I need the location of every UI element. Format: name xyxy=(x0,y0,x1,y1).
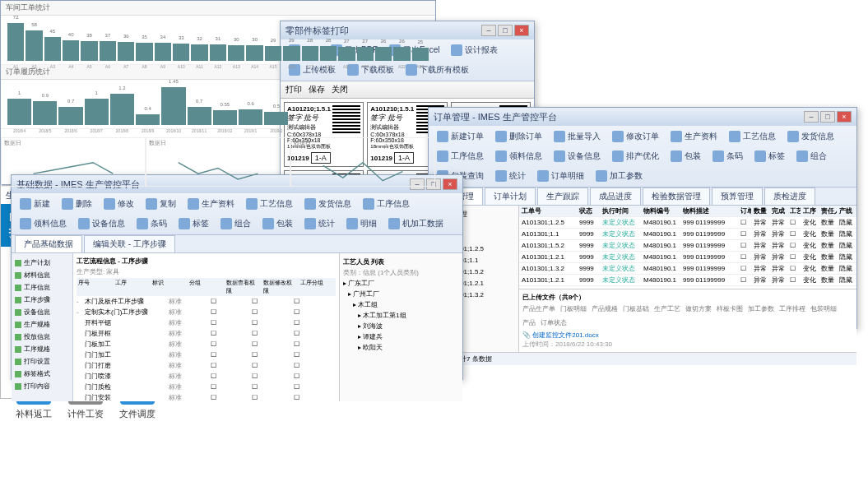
attachment-tab[interactable]: 订单状态 xyxy=(541,318,567,327)
sidebar-item[interactable]: 工序规格 xyxy=(15,343,69,355)
ribbon-button[interactable]: 包装 xyxy=(667,149,704,164)
ribbon-button[interactable]: 发货信息 xyxy=(301,197,355,211)
process-tree-row[interactable]: 门门质检标准☐☐☐ xyxy=(77,382,336,392)
titlebar[interactable]: 订单管理 - IMES 生产管控平台 – □ × xyxy=(429,108,856,126)
sidebar-item[interactable]: 工序步骤 xyxy=(15,294,69,306)
ribbon-button[interactable]: 明细 xyxy=(343,216,380,231)
sidebar-item[interactable]: 生产计划 xyxy=(15,257,69,269)
maximize-button[interactable]: □ xyxy=(498,25,513,36)
ribbon-button[interactable]: 删除订单 xyxy=(492,129,545,144)
attachment-file[interactable]: 创建监控文件201.docx xyxy=(532,331,598,339)
personnel-tree-item[interactable]: ▸ 谭建兵 xyxy=(343,331,459,342)
grid-row[interactable]: A101301;1.19999未定义状态M480190.1999 0119999… xyxy=(519,229,856,240)
sidebar-item[interactable]: 设备信息 xyxy=(15,306,69,318)
attachment-tab[interactable]: 样板卡图 xyxy=(717,304,743,313)
sidebar-item[interactable]: 材料信息 xyxy=(15,269,69,281)
main-tab[interactable]: 成品进度 xyxy=(590,188,641,205)
ribbon-button[interactable]: 组合 xyxy=(217,216,254,231)
ribbon-button[interactable]: 新建订单 xyxy=(434,129,487,144)
main-tab[interactable]: 生产跟踪 xyxy=(537,188,588,205)
attachment-tab[interactable]: 生产工艺 xyxy=(654,304,680,313)
ribbon-button[interactable]: 工序信息 xyxy=(360,197,413,211)
minimize-button[interactable]: – xyxy=(481,25,496,36)
personnel-panel[interactable]: 工艺人员 列表 类别：信息 (1个人员类别) ▸ 广东工厂▸ 广州工厂▸ 木工组… xyxy=(339,253,462,401)
sidebar-item[interactable]: 工序信息 xyxy=(15,281,69,294)
sidebar-item[interactable]: 生产规格 xyxy=(15,318,69,331)
sidebar-nav[interactable]: 生产计划材料信息工序信息工序步骤设备信息生产规格投放信息工序规格打印设置标签格式… xyxy=(12,253,73,401)
attachment-tab[interactable]: 工序排程 xyxy=(779,304,805,313)
ribbon-button[interactable]: 标签 xyxy=(751,149,788,164)
ribbon-button[interactable]: 工艺信息 xyxy=(726,129,779,144)
ribbon-button[interactable]: 条码 xyxy=(133,216,170,231)
process-tree-row[interactable]: 门门加工标准☐☐☐ xyxy=(77,350,336,360)
grid-row[interactable]: A101301;1.3.29999未定义状态M480190.1999 01199… xyxy=(519,263,856,275)
personnel-tree-item[interactable]: ▸ 木工加工第1组 xyxy=(343,310,459,321)
ribbon-button[interactable]: 设备信息 xyxy=(550,149,604,164)
tab[interactable]: 编辑关联 - 工序步骤 xyxy=(84,235,175,252)
ribbon-button[interactable]: 领料信息 xyxy=(16,216,70,231)
process-tree-row[interactable]: 门门打磨标准☐☐☐ xyxy=(77,360,336,371)
attachment-tab[interactable]: 产品 xyxy=(522,318,536,327)
attachment-tab[interactable]: 产品生产单 xyxy=(522,304,555,313)
attachment-tab[interactable]: 产品规格 xyxy=(592,304,618,313)
process-tree-row[interactable]: -木门及板件工序步骤标准☐☐☐ xyxy=(77,296,336,307)
personnel-tree-item[interactable]: ▸ 欧阳天 xyxy=(343,342,459,353)
process-tree-row[interactable]: 门门喷漆标准☐☐☐ xyxy=(77,371,336,382)
ribbon-button[interactable]: 修改 xyxy=(100,197,137,211)
process-tree-grid[interactable]: 工艺流程信息 - 工序步骤 生产类型: 家具 序号工序标识分组数据查看权限数据修… xyxy=(73,253,339,401)
attachment-tab[interactable]: 包装明细 xyxy=(810,304,837,313)
expand-icon[interactable]: - xyxy=(77,308,85,316)
personnel-tree-item[interactable]: ▸ 木工组 xyxy=(343,299,459,310)
ribbon-button[interactable]: 统计 xyxy=(492,169,529,183)
expand-icon[interactable]: - xyxy=(77,298,85,305)
grid-row[interactable]: A101301;1.2.19999未定义状态M480190.1999 01199… xyxy=(519,275,856,286)
ribbon-button[interactable]: 生产资料 xyxy=(184,197,238,211)
sub-toolbar-button[interactable]: 保存 xyxy=(309,84,325,95)
grid-row[interactable]: A101301;1.2.19999未定义状态M480190.1999 01199… xyxy=(519,252,856,263)
process-tree-row[interactable]: 门门安装标准☐☐☐ xyxy=(77,392,336,401)
process-tree-row[interactable]: 门板开框标准☐☐☐ xyxy=(77,328,336,339)
ribbon-button[interactable]: 包装 xyxy=(259,216,296,231)
ribbon-button[interactable]: 工艺信息 xyxy=(243,197,296,211)
process-tree-row[interactable]: 开料平锯标准☐☐☐ xyxy=(77,317,336,328)
ribbon-button[interactable]: 加工参数 xyxy=(592,169,646,183)
attachment-tab[interactable]: 做切方案 xyxy=(685,304,712,313)
personnel-tree-item[interactable]: ▸ 广州工厂 xyxy=(343,289,459,299)
sidebar-item[interactable]: 投放信息 xyxy=(15,331,69,343)
grid-row[interactable]: A101301;1.5.29999未定义状态M480190.1999 01199… xyxy=(519,240,856,252)
order-grid[interactable]: 工单号状态执行时间物料编号物料描述订单数量完成工艺工序责任人产线A101301;… xyxy=(519,206,856,289)
close-button[interactable]: × xyxy=(443,178,457,190)
process-tree-row[interactable]: 门板加工标准☐☐☐ xyxy=(77,339,336,350)
titlebar[interactable]: 零部件标签打印 – □ × xyxy=(281,21,534,39)
sidebar-item[interactable]: 标签格式 xyxy=(15,368,69,380)
ribbon-button[interactable]: 复制 xyxy=(142,197,179,211)
ribbon-button[interactable]: 排产优化 xyxy=(609,149,662,164)
main-tab[interactable]: 预算管理 xyxy=(712,188,763,205)
sidebar-item[interactable]: 打印设置 xyxy=(15,355,69,368)
maximize-button[interactable]: □ xyxy=(820,111,835,123)
attachment-tab[interactable]: 门板明细 xyxy=(560,304,587,313)
sub-toolbar-button[interactable]: 关闭 xyxy=(332,84,348,95)
grid-row[interactable]: A101301;1.2.59999未定义状态M480190.1999 01199… xyxy=(519,217,856,229)
ribbon-button[interactable]: 统计 xyxy=(301,216,338,231)
ribbon-button[interactable]: 生产资料 xyxy=(667,129,721,144)
tab[interactable]: 产品基础数据 xyxy=(15,235,82,252)
main-tab[interactable]: 质检进度 xyxy=(764,188,815,205)
close-button[interactable]: × xyxy=(837,111,852,123)
attachment-tab[interactable]: 加工参数 xyxy=(748,304,774,313)
ribbon-button[interactable]: 批量导入 xyxy=(550,129,604,144)
sub-toolbar-button[interactable]: 打印 xyxy=(285,84,302,95)
ribbon-button[interactable]: 设备信息 xyxy=(75,216,128,231)
toolbar-button[interactable]: 设计报表 xyxy=(448,43,501,58)
personnel-tree-item[interactable]: ▸ 广东工厂 xyxy=(343,278,459,289)
main-tab[interactable]: 检验数据管理 xyxy=(643,188,710,205)
main-tab[interactable]: 订单计划 xyxy=(485,188,536,205)
ribbon-button[interactable]: 机加工数据 xyxy=(385,216,447,231)
sidebar-item[interactable]: 打印内容 xyxy=(15,380,69,392)
ribbon-button[interactable]: 订单明细 xyxy=(534,169,587,183)
ribbon-button[interactable]: 修改订单 xyxy=(609,129,662,144)
personnel-tree-item[interactable]: ▸ 刘海波 xyxy=(343,321,459,331)
ribbon-button[interactable]: 发货信息 xyxy=(784,129,838,144)
close-button[interactable]: × xyxy=(514,25,529,36)
ribbon-button[interactable]: 删除 xyxy=(58,197,95,211)
